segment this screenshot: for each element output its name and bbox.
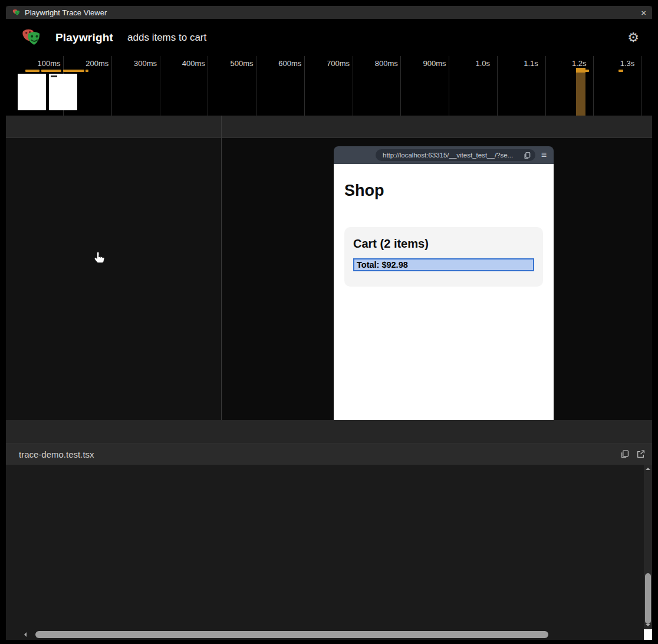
playwright-logo-icon <box>20 27 42 49</box>
window-title: Playwright Trace Viewer <box>25 8 107 17</box>
address-bar[interactable]: http://localhost:63315/__vitest_test__/?… <box>376 149 535 161</box>
timeline-gridline <box>400 56 401 116</box>
timeline-frame[interactable] <box>18 74 46 110</box>
vertical-scroll-thumb[interactable] <box>645 573 651 624</box>
timeline-action-marker <box>618 70 623 72</box>
timeline-gridline <box>545 56 546 116</box>
timeline-tick-label: 300ms <box>134 59 157 68</box>
traffic-light-yellow <box>351 152 357 158</box>
scrollbar-corner <box>644 629 652 640</box>
timeline-selection-highlight <box>576 68 585 116</box>
timeline-strip[interactable]: 100ms200ms300ms400ms500ms600ms700ms800ms… <box>6 56 652 116</box>
timeline-tick-label: 500ms <box>230 59 253 68</box>
app-header: Playwright adds items to cart ⚙ <box>6 19 652 56</box>
page-url: http://localhost:63315/__vitest_test__/?… <box>383 152 524 159</box>
timeline-tick-label: 600ms <box>278 59 301 68</box>
snapshot-browser: http://localhost:63315/__vitest_test__/?… <box>334 146 554 420</box>
timeline-tick-label: 900ms <box>423 59 446 68</box>
open-source-externally-icon[interactable] <box>636 449 645 459</box>
timeline-gridline <box>160 56 160 116</box>
timeline-action-marker <box>85 70 88 72</box>
source-code-view <box>6 465 652 640</box>
timeline-action-marker <box>63 70 84 72</box>
bottom-tabstrip <box>6 420 652 443</box>
gear-icon[interactable]: ⚙ <box>627 31 639 44</box>
traffic-light-red <box>341 152 347 158</box>
browser-menu-icon[interactable]: ≡ <box>541 150 547 160</box>
timeline-tick-label: 1.2s <box>572 59 587 68</box>
window-titlebar: Playwright Trace Viewer × <box>6 6 652 19</box>
timeline-tick-label: 700ms <box>327 59 350 68</box>
timeline-action-marker <box>576 70 583 72</box>
timeline-gridline <box>641 56 642 116</box>
mini-shop-title <box>51 75 57 77</box>
timeline-gridline <box>353 56 353 116</box>
horizontal-scrollbar[interactable] <box>29 630 643 639</box>
timeline-frame[interactable] <box>49 74 77 110</box>
actions-tabstrip <box>6 116 221 138</box>
horizontal-scroll-thumb[interactable] <box>35 631 548 638</box>
mouse-cursor-hand <box>93 251 106 265</box>
test-title: adds items to cart <box>127 32 206 44</box>
cart-heading: Cart (2 items) <box>353 237 534 251</box>
timeline-gridline <box>208 56 208 116</box>
scroll-down-arrow-icon[interactable] <box>646 624 650 626</box>
timeline-tick-label: 1.1s <box>524 59 538 68</box>
scroll-left-arrow-icon[interactable] <box>24 632 27 637</box>
playwright-masks-icon <box>12 8 21 17</box>
timeline-tick-label: 100ms <box>37 59 60 68</box>
app-name: Playwright <box>55 31 113 44</box>
vertical-scrollbar[interactable] <box>644 465 652 629</box>
timeline-action-marker <box>25 70 40 72</box>
trace-viewer-window: Playwright Trace Viewer × Playwright add… <box>6 6 652 640</box>
timeline-gridline <box>111 56 112 116</box>
timeline-action-marker <box>585 70 589 72</box>
timeline-tick-label: 200ms <box>85 59 108 68</box>
actions-panel <box>6 116 221 420</box>
source-filename: trace-demo.test.tsx <box>19 449 620 459</box>
timeline-gridline <box>256 56 256 116</box>
copy-url-icon[interactable] <box>524 152 531 159</box>
timeline-gridline <box>593 56 594 116</box>
traffic-light-green <box>361 152 367 158</box>
snapshot-panel: http://localhost:63315/__vitest_test__/?… <box>222 116 652 420</box>
close-icon[interactable]: × <box>641 8 646 17</box>
browser-chrome: http://localhost:63315/__vitest_test__/?… <box>334 146 554 164</box>
copy-source-icon[interactable] <box>620 449 629 459</box>
actions-list <box>6 138 221 420</box>
timeline-tick-label: 1.3s <box>620 59 635 68</box>
cart-section: Cart (2 items) Total: $92.98 <box>344 227 543 287</box>
timeline-gridline <box>449 56 449 116</box>
source-filebar: trace-demo.test.tsx <box>6 443 652 465</box>
timeline-gridline <box>304 56 305 116</box>
snapshot-tabstrip <box>222 116 652 138</box>
scroll-up-arrow-icon[interactable] <box>646 468 650 470</box>
cart-total-highlighted: Total: $92.98 <box>353 258 534 271</box>
shop-heading: Shop <box>344 182 543 200</box>
timeline-action-marker <box>41 70 61 72</box>
timeline-tick-label: 1.0s <box>475 59 490 68</box>
timeline-gridline <box>497 56 498 116</box>
snapshot-page: Shop Cart (2 items) Total: $92.98 <box>334 164 554 420</box>
main-split: http://localhost:63315/__vitest_test__/?… <box>6 116 652 420</box>
timeline-tick-label: 800ms <box>375 59 398 68</box>
timeline-tick-label: 400ms <box>182 59 205 68</box>
